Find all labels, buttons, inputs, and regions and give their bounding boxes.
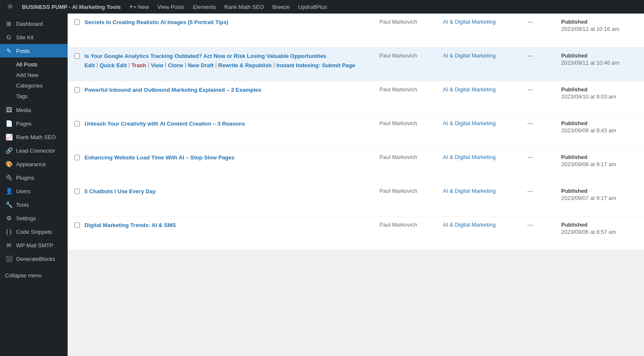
collapse-menu-button[interactable]: Collapse menu [0, 269, 68, 282]
wordpress-icon: ⚛ [7, 2, 14, 11]
posts-icon: ✎ [5, 47, 13, 54]
action-clone[interactable]: Clone [168, 62, 183, 69]
action-rewrite-&-republish[interactable]: Rewrite & Republish [218, 62, 272, 69]
post-title-link[interactable]: 5 Chatbots I Use Every Day [85, 188, 156, 194]
row-tags: — [527, 86, 561, 93]
sidebar-item-media[interactable]: 🖼 Media [0, 103, 68, 117]
row-checkbox[interactable] [74, 188, 85, 195]
category-link[interactable]: AI & Digital Marketing [443, 86, 496, 93]
sidebar-item-categories[interactable]: Categories [0, 80, 68, 91]
row-category: AI & Digital Marketing [443, 222, 527, 228]
row-title-column: Enhancing Website Load Time With AI – St… [85, 154, 379, 162]
sidebar-item-pages[interactable]: 📄 Pages [0, 117, 68, 130]
sidebar-item-generateblocks[interactable]: ⬛ GenerateBlocks [0, 252, 68, 266]
row-tags: — [527, 52, 561, 59]
row-checkbox[interactable] [74, 52, 85, 60]
action-trash[interactable]: Trash [131, 62, 146, 69]
row-author: Paul Markovich [379, 52, 443, 59]
sidebar-item-users[interactable]: 👤 Users [0, 184, 68, 198]
row-title-column: Secrets to Creating Realistic AI Images … [85, 19, 379, 26]
action-instant-indexing:-submit-page[interactable]: Instant Indexing: Submit Page [276, 62, 355, 69]
table-row: Powerful Inbound and Outbound Marketing … [68, 81, 644, 115]
post-title-link[interactable]: Is Your Google Analytics Tracking Outdat… [85, 53, 326, 59]
sidebar-item-leadconnector[interactable]: 🔗 Lead Connector [0, 144, 68, 157]
settings-icon: ⚙ [5, 215, 13, 222]
category-link[interactable]: AI & Digital Marketing [443, 52, 496, 59]
category-link[interactable]: AI & Digital Marketing [443, 188, 496, 194]
row-checkbox[interactable] [74, 222, 85, 229]
table-row: Is Your Google Analytics Tracking Outdat… [68, 47, 644, 81]
rank-math-button[interactable]: Rank Math SEO [221, 0, 267, 14]
wpmail-icon: ✉ [5, 242, 13, 249]
sidebar-item-posts[interactable]: ✎ Posts [0, 44, 68, 58]
category-link[interactable]: AI & Digital Marketing [443, 19, 496, 25]
action-edit[interactable]: Edit [85, 62, 95, 69]
row-checkbox[interactable] [74, 86, 85, 94]
generateblocks-icon: ⬛ [5, 255, 13, 262]
row-actions: Edit | Quick Edit | Trash | View | Clone… [85, 62, 373, 69]
action-new-draft[interactable]: New Draft [188, 62, 214, 69]
media-icon: 🖼 [5, 107, 13, 113]
post-title-link[interactable]: Powerful Inbound and Outbound Marketing … [85, 87, 261, 93]
table-row: Secrets to Creating Realistic AI Images … [68, 14, 644, 47]
wp-logo[interactable]: ⚛ [3, 0, 17, 14]
elements-button[interactable]: Elements [189, 0, 219, 14]
post-title-link[interactable]: Digital Marketing Trends: AI & SMS [85, 222, 176, 228]
plus-icon: + [129, 3, 133, 11]
sidebar-item-wpmail[interactable]: ✉ WP Mail SMTP [0, 238, 68, 252]
category-link[interactable]: AI & Digital Marketing [443, 222, 496, 228]
sidebar-item-sitekit[interactable]: G Site Kit [0, 30, 68, 44]
dashboard-icon: ⊞ [5, 20, 13, 27]
sidebar-item-add-new[interactable]: Add New [0, 70, 68, 80]
row-category: AI & Digital Marketing [443, 52, 527, 59]
row-checkbox[interactable] [74, 19, 85, 26]
sidebar-item-all-posts[interactable]: All Posts [0, 59, 68, 70]
posts-sub-menu: All Posts Add New Categories Tags [0, 58, 68, 103]
row-author: Paul Markovich [379, 19, 443, 25]
category-link[interactable]: AI & Digital Marketing [443, 154, 496, 160]
admin-bar: ⚛ BUSINESS PUMP - AI Marketing Tools + +… [0, 0, 644, 14]
sidebar-item-tags[interactable]: Tags [0, 91, 68, 101]
sidebar-item-appearance[interactable]: 🎨 Appearance [0, 157, 68, 171]
row-title-column: Digital Marketing Trends: AI & SMS [85, 222, 379, 229]
plugins-icon: 🔌 [5, 174, 13, 181]
sidebar-item-codesnippets[interactable]: { } Code Snippets [0, 225, 68, 238]
row-checkbox[interactable] [74, 154, 85, 162]
datetime-label: 2023/09/07 at 9:17 am [561, 195, 637, 201]
row-tags: — [527, 222, 561, 228]
post-title-link[interactable]: Secrets to Creating Realistic AI Images … [85, 19, 228, 25]
datetime-label: 2023/09/06 at 8:57 am [561, 229, 637, 235]
row-title-column: 5 Chatbots I Use Every Day [85, 188, 379, 195]
row-date: Published 2023/09/12 at 10:16 am [561, 19, 637, 32]
new-button[interactable]: + + New [126, 0, 153, 14]
category-link[interactable]: AI & Digital Marketing [443, 120, 496, 126]
row-title-column: Is Your Google Analytics Tracking Outdat… [85, 52, 379, 69]
row-tags: — [527, 19, 561, 25]
content-area: Secrets to Creating Realistic AI Images … [68, 14, 644, 356]
action-view[interactable]: View [151, 62, 163, 69]
sidebar-item-tools[interactable]: 🔧 Tools [0, 198, 68, 211]
table-row: Digital Marketing Trends: AI & SMS Paul … [68, 216, 644, 250]
table-row: 5 Chatbots I Use Every Day Paul Markovic… [68, 183, 644, 216]
updraftplus-button[interactable]: UpdraftPlus [295, 0, 330, 14]
sidebar-item-dashboard[interactable]: ⊞ Dashboard [0, 17, 68, 30]
action-quick-edit[interactable]: Quick Edit [100, 62, 127, 69]
row-author: Paul Markovich [379, 86, 443, 93]
row-title-column: Unleash Your Creativity with AI Content … [85, 120, 379, 128]
row-author: Paul Markovich [379, 120, 443, 126]
breeze-button[interactable]: Breeze [269, 0, 293, 14]
sitekit-icon: G [5, 34, 13, 41]
sidebar-item-plugins[interactable]: 🔌 Plugins [0, 171, 68, 184]
status-label: Published [561, 120, 637, 126]
site-name[interactable]: BUSINESS PUMP - AI Marketing Tools [19, 0, 124, 14]
appearance-icon: 🎨 [5, 161, 13, 167]
row-title-column: Powerful Inbound and Outbound Marketing … [85, 86, 379, 94]
post-title-link[interactable]: Unleash Your Creativity with AI Content … [85, 120, 245, 127]
post-title-link[interactable]: Enhancing Website Load Time With AI – St… [85, 154, 235, 161]
sidebar-item-rankmath[interactable]: 📈 Rank Math SEO [0, 130, 68, 144]
posts-table: Secrets to Creating Realistic AI Images … [68, 14, 644, 250]
row-checkbox[interactable] [74, 120, 85, 128]
users-icon: 👤 [5, 188, 13, 194]
sidebar-item-settings[interactable]: ⚙ Settings [0, 211, 68, 225]
view-posts-button[interactable]: View Posts [154, 0, 188, 14]
